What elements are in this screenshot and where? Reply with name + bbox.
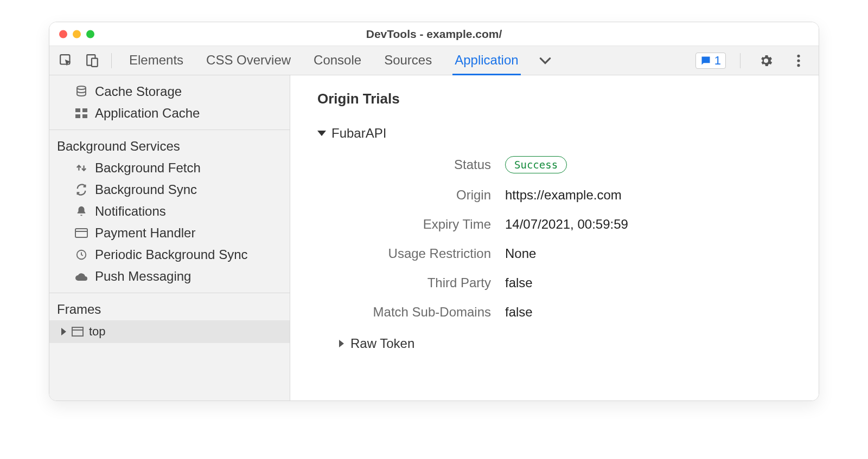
sidebar-item-application-cache[interactable]: Application Cache <box>49 102 290 124</box>
raw-token-label: Raw Token <box>350 336 414 351</box>
minimize-window-button[interactable] <box>73 30 81 38</box>
settings-button[interactable] <box>755 49 777 72</box>
trial-name: FubarAPI <box>331 126 386 141</box>
sidebar-item-payment-handler[interactable]: Payment Handler <box>49 222 290 244</box>
svg-rect-2 <box>92 58 98 66</box>
value-third-party: false <box>505 275 802 290</box>
tab-css-overview[interactable]: CSS Overview <box>204 47 293 75</box>
application-sidebar: Cache Storage Application Cache Backgrou… <box>49 75 290 400</box>
svg-rect-10 <box>82 114 87 118</box>
sidebar-item-frame-top[interactable]: top <box>49 320 290 343</box>
expand-icon <box>339 340 344 347</box>
sidebar-item-label: Background Fetch <box>95 160 201 176</box>
sync-icon <box>74 183 88 197</box>
panel-tabs: Elements CSS Overview Console Sources Ap… <box>127 46 521 75</box>
sidebar-item-cache-storage[interactable]: Cache Storage <box>49 81 290 102</box>
divider <box>49 130 290 130</box>
sidebar-item-background-fetch[interactable]: Background Fetch <box>49 157 290 179</box>
gear-icon <box>758 53 774 68</box>
svg-point-5 <box>797 64 800 67</box>
main-toolbar: Elements CSS Overview Console Sources Ap… <box>49 46 819 75</box>
svg-rect-8 <box>82 108 87 112</box>
value-usage-restriction: None <box>505 246 802 261</box>
database-icon <box>74 85 88 99</box>
device-toolbar-button[interactable] <box>81 49 104 72</box>
label-status: Status <box>339 157 491 172</box>
issues-button[interactable]: 1 <box>695 53 726 69</box>
tab-sources[interactable]: Sources <box>382 47 434 75</box>
trial-row[interactable]: FubarAPI <box>317 126 802 141</box>
issues-count: 1 <box>714 54 721 68</box>
panel-body: Cache Storage Application Cache Backgrou… <box>49 75 819 400</box>
more-tabs-button[interactable] <box>534 49 557 72</box>
kebab-icon <box>796 54 801 68</box>
fullscreen-window-button[interactable] <box>86 30 94 38</box>
sidebar-item-label: Payment Handler <box>95 225 195 241</box>
tab-elements[interactable]: Elements <box>127 47 186 75</box>
divider <box>49 293 290 293</box>
fetch-icon <box>74 161 88 175</box>
inspect-element-button[interactable] <box>55 49 78 72</box>
label-third-party: Third Party <box>339 275 491 290</box>
cloud-icon <box>74 269 88 283</box>
toolbar-right: 1 <box>695 49 813 72</box>
raw-token-row[interactable]: Raw Token <box>339 336 802 351</box>
panel-title: Origin Trials <box>317 90 802 107</box>
sidebar-item-push-messaging[interactable]: Push Messaging <box>49 266 290 287</box>
label-usage-restriction: Usage Restriction <box>339 246 491 261</box>
svg-point-4 <box>797 59 800 62</box>
sidebar-item-label: Application Cache <box>95 106 200 121</box>
svg-rect-11 <box>75 229 87 237</box>
sidebar-item-background-sync[interactable]: Background Sync <box>49 179 290 201</box>
svg-rect-9 <box>75 114 80 118</box>
value-expiry: 14/07/2021, 00:59:59 <box>505 217 802 232</box>
svg-point-6 <box>77 86 86 89</box>
status-badge: Success <box>505 156 567 173</box>
label-origin: Origin <box>339 188 491 203</box>
window-controls <box>59 30 94 38</box>
sidebar-item-label: Background Sync <box>95 182 197 197</box>
window-title: DevTools - example.com/ <box>366 28 502 41</box>
tab-application[interactable]: Application <box>452 47 520 75</box>
tab-console[interactable]: Console <box>311 47 363 75</box>
frame-label: top <box>89 325 106 339</box>
trial-details: Status Success Origin https://example.co… <box>339 156 802 320</box>
value-origin: https://example.com <box>505 188 802 203</box>
expand-icon <box>61 328 66 335</box>
label-expiry: Expiry Time <box>339 217 491 232</box>
kebab-menu-button[interactable] <box>787 49 810 72</box>
sidebar-item-label: Cache Storage <box>95 84 182 99</box>
sidebar-item-label: Push Messaging <box>95 269 191 284</box>
sidebar-item-periodic-background-sync[interactable]: Periodic Background Sync <box>49 244 290 266</box>
bell-icon <box>74 204 88 218</box>
sidebar-heading-frames: Frames <box>49 299 290 320</box>
titlebar: DevTools - example.com/ <box>49 22 819 46</box>
separator <box>111 53 112 68</box>
frame-icon <box>72 327 84 337</box>
separator <box>740 53 741 68</box>
value-match-subdomains: false <box>505 305 802 320</box>
sidebar-item-label: Notifications <box>95 204 166 219</box>
close-window-button[interactable] <box>59 30 67 38</box>
sidebar-item-notifications[interactable]: Notifications <box>49 201 290 222</box>
sidebar-item-label: Periodic Background Sync <box>95 247 247 262</box>
label-match-subdomains: Match Sub-Domains <box>339 305 491 320</box>
devtools-window: DevTools - example.com/ Elements CSS Ove… <box>49 22 819 401</box>
value-status: Success <box>505 156 802 173</box>
card-icon <box>74 226 88 240</box>
svg-rect-7 <box>75 108 80 112</box>
main-panel: Origin Trials FubarAPI Status Success Or… <box>290 75 819 400</box>
collapse-icon <box>317 131 326 136</box>
sidebar-heading-background-services: Background Services <box>49 135 290 157</box>
svg-point-3 <box>797 54 800 57</box>
clock-icon <box>74 248 88 262</box>
grid-icon <box>74 106 88 120</box>
